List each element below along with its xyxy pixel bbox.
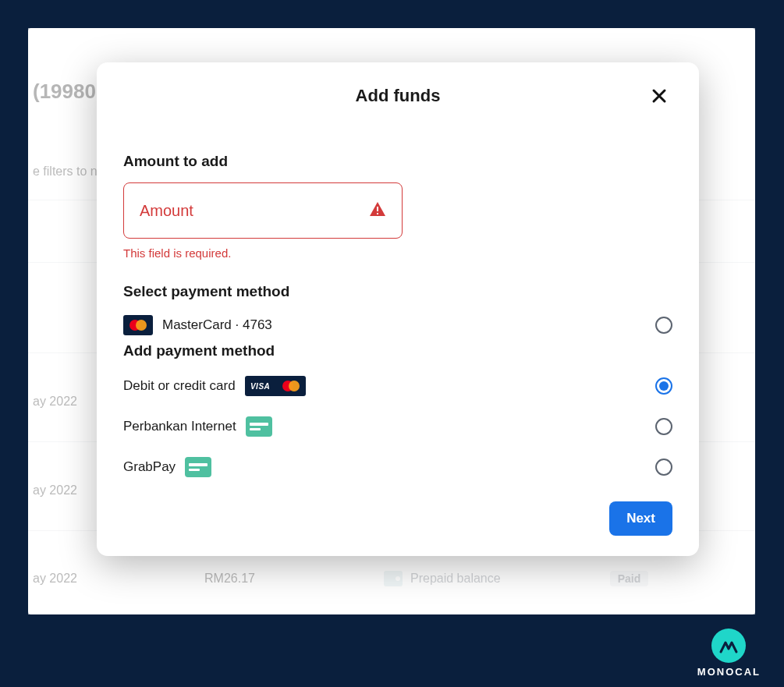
brand-name: MONOCAL — [697, 666, 761, 678]
amount-section-label: Amount to add — [123, 153, 672, 170]
mastercard-icon — [276, 376, 306, 396]
svg-rect-1 — [377, 213, 378, 214]
add-method-label: Add payment method — [123, 342, 672, 359]
add-method-label-card: Debit or credit card — [123, 378, 236, 394]
visa-icon: VISA — [245, 376, 276, 396]
add-method-label-grabpay: GrabPay — [123, 459, 176, 475]
modal-title: Add funds — [123, 86, 672, 106]
close-button[interactable] — [647, 84, 671, 108]
brand-logo-icon — [711, 629, 746, 663]
add-funds-modal: Add funds Amount to add Amount This fiel… — [97, 62, 699, 556]
add-method-row-bank[interactable]: Perbankan Internet — [123, 414, 672, 439]
radio-saved-mastercard[interactable] — [655, 317, 672, 334]
svg-rect-0 — [377, 207, 378, 211]
add-method-row-card[interactable]: Debit or credit card VISA — [123, 374, 672, 398]
mastercard-icon — [123, 315, 153, 335]
amount-error-text: This field is required. — [123, 246, 672, 260]
bank-card-icon — [246, 416, 272, 437]
warning-icon — [369, 201, 386, 220]
radio-internet-banking[interactable] — [655, 418, 672, 435]
saved-method-label: MasterCard · 4763 — [162, 317, 272, 333]
radio-debit-credit[interactable] — [655, 377, 672, 395]
bank-card-icon — [185, 457, 211, 477]
visa-mastercard-icon: VISA — [245, 376, 306, 396]
next-button[interactable]: Next — [609, 501, 672, 536]
add-method-label-bank: Perbankan Internet — [123, 419, 236, 434]
amount-placeholder: Amount — [140, 202, 193, 220]
amount-input[interactable]: Amount — [123, 182, 403, 239]
close-icon — [651, 88, 667, 104]
radio-grabpay[interactable] — [655, 459, 672, 476]
saved-method-row[interactable]: MasterCard · 4763 — [123, 313, 672, 338]
add-method-row-grabpay[interactable]: GrabPay — [123, 455, 672, 480]
brand-badge: MONOCAL — [697, 629, 761, 678]
select-method-label: Select payment method — [123, 283, 672, 300]
